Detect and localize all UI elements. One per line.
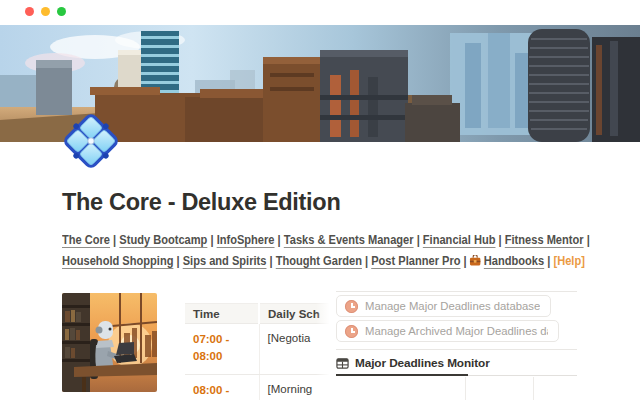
table-icon [336,357,349,370]
nav-link-label: Post Planner Pro [371,254,460,268]
inline-photo[interactable] [62,293,157,392]
tab-label: Major Deadlines Monitor [355,356,490,370]
zoom-window-icon[interactable] [57,7,66,16]
nav-link-thought-garden[interactable]: Thought Garden [276,254,362,268]
schedule-body: 07:00 - 08:00[Negotia08:00 - 09:00[Morni… [185,324,332,400]
table-column-divider [465,377,466,400]
clock-icon [345,300,358,313]
nav-separator: | [110,233,119,247]
button-label: Manage Major Deadlines database [365,300,540,312]
button-manage-archived-major-deadlines-databa[interactable]: Manage Archived Major Deadlines databa..… [336,320,559,342]
nav-separator: | [266,254,275,268]
table-row: 07:00 - 08:00[Negotia [185,324,332,375]
time-cell[interactable]: 07:00 - 08:00 [185,324,259,375]
close-window-icon[interactable] [25,7,34,16]
page-title: The Core - Deluxe Edition [62,189,340,216]
nav-separator: | [414,233,423,247]
nav-link-label: Study Bootcamp [119,233,207,247]
robot-at-desk-art [62,293,157,392]
nav-link-label: Household Shopping [62,254,173,268]
nav-link-the-core[interactable]: The Core [62,233,110,247]
schedule-header-row: TimeDaily Sch [185,304,332,324]
nav-separator: | [173,254,182,268]
nav-separator: | [362,254,371,268]
activity-cell[interactable]: [Morning [259,375,332,400]
nav-link-label: Financial Hub [423,233,496,247]
nav-link-handbooks[interactable]: Handbooks [470,254,544,268]
window-titlebar [0,0,640,25]
page-links: The Core | Study Bootcamp | InfoSphere |… [62,230,608,272]
nav-link-label: Handbooks [484,254,544,268]
nav-link-tasks-events-manager[interactable]: Tasks & Events Manager [284,233,414,247]
column-header-daily-sch[interactable]: Daily Sch [259,304,332,324]
nav-link-label: The Core [62,233,110,247]
nav-link-label: [Help] [553,254,584,268]
nav-separator: | [207,233,216,247]
nav-link-label: Thought Garden [276,254,362,268]
nav-link-label: Fitness Mentor [505,233,584,247]
nav-link-label: InfoSphere [217,233,275,247]
nav-link-household-shopping[interactable]: Household Shopping [62,254,173,268]
diamond-gem-icon [61,111,121,171]
deadline-buttons: Manage Major Deadlines databaseManage Ar… [336,295,559,342]
divider [336,291,577,292]
table-column-divider [533,377,534,400]
tab-major-deadlines-monitor[interactable]: Major Deadlines Monitor [336,356,490,370]
clock-icon [345,325,358,338]
toolbox-icon [470,252,481,273]
button-label: Manage Archived Major Deadlines databa..… [365,325,548,337]
app-window: The Core - Deluxe Edition The Core | Stu… [0,0,640,400]
nav-separator: | [275,233,284,247]
nav-link-fitness-mentor[interactable]: Fitness Mentor [505,233,584,247]
time-cell[interactable]: 08:00 - 09:00 [185,375,259,400]
nav-link-label: Tasks & Events Manager [284,233,414,247]
divider [336,349,577,350]
page-icon[interactable] [61,111,121,171]
table-row: 08:00 - 09:00[Morning [185,375,332,400]
nav-link-label: Sips and Spirits [183,254,267,268]
activity-cell[interactable]: [Negotia [259,324,332,375]
nav-link-sips-and-spirits[interactable]: Sips and Spirits [183,254,267,268]
button-manage-major-deadlines-database[interactable]: Manage Major Deadlines database [336,295,551,317]
column-header-time[interactable]: Time [185,304,259,324]
nav-link-infosphere[interactable]: InfoSphere [217,233,275,247]
nav-separator: | [584,233,590,247]
nav-link-financial-hub[interactable]: Financial Hub [423,233,496,247]
active-tab-underline [336,374,468,376]
minimize-window-icon[interactable] [41,7,50,16]
nav-link-post-planner-pro[interactable]: Post Planner Pro [371,254,460,268]
nav-link-study-bootcamp[interactable]: Study Bootcamp [119,233,207,247]
daily-schedule-table: TimeDaily Sch 07:00 - 08:00[Negotia08:00… [185,303,332,400]
nav-separator: | [495,233,504,247]
nav-link-help[interactable]: [Help] [553,254,584,268]
nav-separator: | [461,254,470,268]
